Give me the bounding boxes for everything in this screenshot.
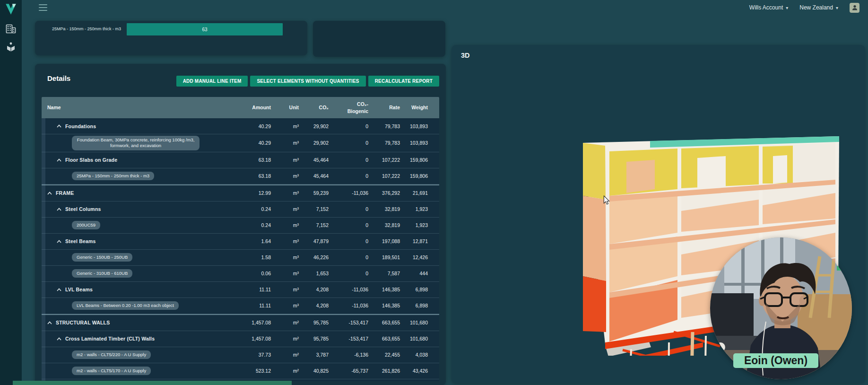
table-row[interactable]: 200UC59 0.24 m³ 7,152 0 32,819 1,923 bbox=[42, 218, 439, 234]
details-table-body: Foundations 40.29 m³ 29,902 0 79,783 103… bbox=[42, 118, 439, 381]
row-name-cell: m2 - walls - CLT5/220 - A U Supply bbox=[47, 349, 229, 360]
table-row[interactable]: Steel Columns 0.24 m³ 7,152 0 32,819 1,9… bbox=[42, 201, 439, 218]
col-co2: CO₂ bbox=[299, 104, 329, 111]
cell-rate: 7,587 bbox=[368, 271, 400, 276]
collapse-caret-icon[interactable] bbox=[57, 208, 61, 211]
row-name-cell: Floor Slabs on Grade bbox=[47, 156, 229, 164]
cell-weight: 6,898 bbox=[400, 303, 428, 308]
details-table: Name Amount Unit CO₂ CO₂- Biogenic Rate … bbox=[42, 97, 439, 381]
cell-rate: 376,292 bbox=[368, 190, 400, 196]
cell-weight: 43,426 bbox=[400, 368, 428, 374]
collapse-caret-icon[interactable] bbox=[57, 240, 61, 243]
row-name[interactable]: Cross Laminated Timber (CLT) Walls bbox=[65, 336, 155, 341]
cell-weight: 101,680 bbox=[400, 336, 428, 341]
cell-co2-biogenic: -153,417 bbox=[329, 320, 368, 325]
cell-weight: 103,893 bbox=[400, 140, 428, 146]
webcam-name-tag: Eoin (Owen) bbox=[733, 353, 818, 368]
row-name[interactable]: Foundations bbox=[65, 123, 96, 129]
user-avatar-icon[interactable] bbox=[850, 3, 859, 13]
cell-rate: 261,826 bbox=[368, 368, 400, 374]
row-name[interactable]: m2 - walls - CLT5/170 - A U Supply bbox=[72, 367, 151, 375]
account-label: Wills Account bbox=[749, 4, 783, 11]
cell-amount: 40.29 bbox=[229, 140, 271, 146]
collapse-caret-icon[interactable] bbox=[57, 288, 61, 291]
cell-co2-biogenic: 0 bbox=[329, 271, 368, 276]
table-row[interactable]: Generic - 310UB - 610UB 0.06 m³ 1,653 0 … bbox=[42, 266, 439, 282]
cell-amount: 0.24 bbox=[229, 222, 271, 228]
add-manual-line-item-button[interactable]: ADD MANUAL LINE ITEM bbox=[176, 76, 248, 87]
table-row[interactable]: m2 - walls - CLT5/220 - A U Supply 37.73… bbox=[42, 347, 439, 363]
row-name[interactable]: Steel Columns bbox=[65, 206, 101, 212]
cell-weight: 159,806 bbox=[400, 157, 428, 163]
materials-icon[interactable] bbox=[6, 42, 16, 52]
region-dropdown[interactable]: New Zealand ▾ bbox=[799, 4, 838, 11]
table-row[interactable]: Cross Laminated Timber (CLT) Walls 1,457… bbox=[42, 331, 439, 347]
cell-co2-biogenic: 0 bbox=[329, 140, 368, 146]
cell-co2-biogenic: -11,036 bbox=[329, 303, 368, 308]
cell-amount: 11.11 bbox=[229, 287, 271, 292]
cell-co2: 95,785 bbox=[299, 336, 329, 341]
cell-unit: m³ bbox=[271, 222, 299, 228]
row-name[interactable]: 200UC59 bbox=[72, 221, 100, 229]
app-logo-icon[interactable] bbox=[4, 2, 18, 16]
cell-weight: 103,893 bbox=[400, 123, 428, 129]
collapse-caret-icon[interactable] bbox=[57, 124, 61, 128]
table-row[interactable]: LVL Beams 11.11 m³ 4,208 -11,036 146,385… bbox=[42, 282, 439, 298]
row-name[interactable]: LVL Beams - Between 0.20 -1.00 m3 each o… bbox=[72, 301, 179, 310]
row-name[interactable]: Generic - 310UB - 610UB bbox=[72, 269, 132, 278]
secondary-card bbox=[313, 21, 445, 57]
table-row[interactable]: m2 - walls - CLT5/170 - A U Supply 523.1… bbox=[42, 363, 439, 379]
menu-hamburger-icon[interactable] bbox=[39, 4, 47, 11]
col-amount: Amount bbox=[229, 104, 271, 111]
table-row[interactable]: 25MPa - 150mm - 250mm thick - m3 63.18 m… bbox=[42, 168, 439, 184]
collapse-caret-icon[interactable] bbox=[47, 321, 52, 324]
cell-weight: 1,923 bbox=[400, 206, 428, 212]
cell-rate: 663,655 bbox=[368, 336, 400, 341]
table-row[interactable]: Steel Beams 1.64 m³ 47,879 0 197,088 12,… bbox=[42, 234, 439, 250]
row-name[interactable]: LVL Beams bbox=[65, 287, 93, 292]
cell-co2: 4,208 bbox=[299, 303, 329, 308]
buildings-icon[interactable] bbox=[6, 24, 16, 34]
table-row[interactable]: Foundations 40.29 m³ 29,902 0 79,783 103… bbox=[42, 118, 439, 134]
table-row[interactable]: STRUCTURAL WALLS 1,457.08 m² 95,785 -153… bbox=[42, 314, 439, 331]
row-name[interactable]: FRAME bbox=[56, 190, 74, 196]
row-name[interactable]: STRUCTURAL WALLS bbox=[56, 320, 110, 325]
row-name[interactable]: Generic - 150UB - 250UB bbox=[72, 253, 132, 262]
row-name-cell: 25MPa - 150mm - 250mm thick - m3 bbox=[47, 170, 229, 182]
cell-rate: 146,385 bbox=[368, 303, 400, 308]
collapse-caret-icon[interactable] bbox=[47, 192, 52, 195]
cell-amount: 63.18 bbox=[229, 173, 271, 179]
cell-co2: 45,464 bbox=[299, 173, 329, 179]
col-weight: Weight bbox=[400, 104, 428, 111]
table-row[interactable]: LVL Beams - Between 0.20 -1.00 m3 each o… bbox=[42, 298, 439, 314]
row-name[interactable]: Steel Beams bbox=[65, 238, 96, 244]
table-row[interactable]: Foundation Beam, 30MPa concrete, reinfor… bbox=[42, 134, 439, 152]
chevron-down-icon: ▾ bbox=[786, 5, 788, 10]
cell-unit: m² bbox=[271, 352, 299, 358]
cell-amount: 1.64 bbox=[229, 238, 271, 244]
row-name[interactable]: 25MPa - 150mm - 250mm thick - m3 bbox=[72, 172, 154, 180]
cell-amount: 523.12 bbox=[229, 368, 271, 374]
table-row[interactable]: Generic - 150UB - 250UB 1.58 m³ 46,226 0… bbox=[42, 250, 439, 266]
cell-unit: m³ bbox=[271, 173, 299, 179]
chart-bar-label: 25MPa - 150mm - 250mm thick - m3 bbox=[35, 27, 127, 32]
cell-co2-biogenic: 0 bbox=[329, 157, 368, 163]
table-row[interactable]: Floor Slabs on Grade 63.18 m³ 45,464 0 1… bbox=[42, 152, 439, 168]
collapse-caret-icon[interactable] bbox=[57, 158, 61, 162]
row-name[interactable]: Floor Slabs on Grade bbox=[65, 157, 117, 163]
row-name[interactable]: Foundation Beam, 30MPa concrete, reinfor… bbox=[72, 136, 200, 150]
cell-rate: 32,819 bbox=[368, 222, 400, 228]
row-name[interactable]: m2 - walls - CLT5/220 - A U Supply bbox=[72, 350, 151, 359]
select-elements-without-quantities-button[interactable]: SELECT ELEMENTS WITHOUT QUANTITIES bbox=[250, 76, 365, 87]
row-name-cell: STRUCTURAL WALLS bbox=[47, 318, 229, 327]
account-dropdown[interactable]: Wills Account ▾ bbox=[749, 4, 788, 11]
cell-unit: m² bbox=[271, 336, 299, 341]
cell-unit: m² bbox=[271, 320, 299, 325]
table-row[interactable]: FRAME 12.99 m³ 59,239 -11,036 376,292 21… bbox=[42, 184, 439, 201]
recalculate-report-button[interactable]: RECALCULATE REPORT bbox=[368, 76, 439, 87]
row-name-cell: Generic - 150UB - 250UB bbox=[47, 252, 229, 263]
cell-rate: 79,783 bbox=[368, 140, 400, 146]
cell-unit: m³ bbox=[271, 123, 299, 129]
cell-unit: m³ bbox=[271, 271, 299, 276]
collapse-caret-icon[interactable] bbox=[57, 337, 61, 341]
